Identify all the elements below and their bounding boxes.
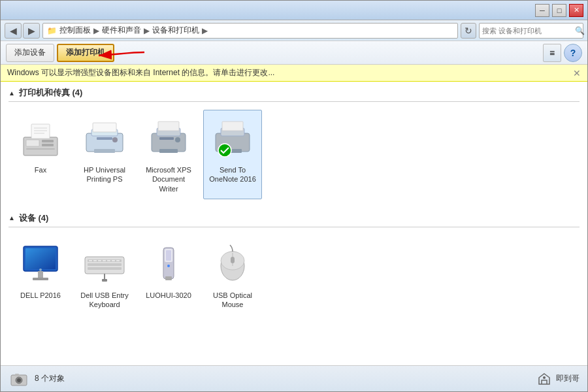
printers-collapse-icon[interactable]: ▲ xyxy=(8,90,15,97)
onenote-icon xyxy=(209,116,256,163)
help-button[interactable]: ? xyxy=(564,44,582,62)
dell-monitor-icon xyxy=(17,241,64,288)
info-message: Windows 可以显示增强型设备图标和来自 Internet 的信息。请单击进… xyxy=(7,67,274,78)
usb-mouse-icon xyxy=(209,241,256,288)
dell-keyboard-icon xyxy=(81,241,128,288)
device-dell-p2016[interactable]: DELL P2016 xyxy=(11,235,70,316)
svg-rect-35 xyxy=(88,263,122,266)
svg-point-26 xyxy=(218,144,231,157)
svg-point-57 xyxy=(17,378,21,382)
svg-rect-30 xyxy=(38,271,43,278)
breadcrumb[interactable]: 📁 控制面板 ▶ 硬件和声音 ▶ 设备和打印机 ▶ xyxy=(42,23,458,39)
add-printer-button[interactable]: 添加打印机 xyxy=(57,44,114,62)
usb-mouse-label: USB OpticalMouse xyxy=(213,291,252,310)
ms-xps-label: Microsoft XPSDocumentWriter xyxy=(146,165,191,193)
breadcrumb-sep-3: ▶ xyxy=(202,26,208,35)
svg-rect-3 xyxy=(42,140,54,142)
svg-rect-36 xyxy=(88,267,122,270)
hp-icon xyxy=(81,116,128,163)
toolbar: 添加设备 添加打印机 ≡ ? xyxy=(1,41,587,65)
device-usb-mouse[interactable]: USB OpticalMouse xyxy=(203,235,262,316)
minimize-button[interactable]: ─ xyxy=(535,4,549,17)
svg-rect-19 xyxy=(159,149,178,153)
refresh-button[interactable]: ↻ xyxy=(461,23,476,39)
svg-rect-5 xyxy=(26,148,55,150)
devices-section-header: ▲ 设备 (4) xyxy=(1,207,587,227)
svg-point-59 xyxy=(543,376,546,379)
breadcrumb-item-3[interactable]: 设备和打印机 xyxy=(152,25,199,36)
breadcrumb-sep-2: ▶ xyxy=(144,26,150,35)
svg-point-32 xyxy=(39,269,42,271)
device-ms-xps[interactable]: Microsoft XPSDocumentWriter xyxy=(139,110,198,199)
svg-rect-48 xyxy=(166,250,171,261)
svg-rect-18 xyxy=(158,122,179,131)
svg-rect-54 xyxy=(231,257,235,263)
svg-rect-41 xyxy=(107,260,110,261)
main-window: ─ □ ✕ ◀ ▶ 📁 控制面板 ▶ 硬件和声音 ▶ 设备和打印机 ▶ ↻ 🔍 … xyxy=(0,0,588,392)
back-button[interactable]: ◀ xyxy=(5,23,22,39)
close-button[interactable]: ✕ xyxy=(569,4,583,17)
svg-rect-37 xyxy=(89,260,92,261)
status-left: 8 个对象 xyxy=(8,368,65,389)
device-onenote[interactable]: Send ToOneNote 2016 xyxy=(203,110,262,199)
svg-rect-49 xyxy=(165,276,172,280)
svg-rect-58 xyxy=(15,374,19,376)
device-fax[interactable]: Fax xyxy=(11,110,70,199)
svg-rect-24 xyxy=(222,122,243,131)
svg-rect-42 xyxy=(112,260,115,261)
window-controls: ─ □ ✕ xyxy=(535,4,583,17)
fax-label: Fax xyxy=(35,165,46,174)
search-input[interactable] xyxy=(482,27,572,35)
svg-rect-2 xyxy=(26,140,39,146)
fax-icon xyxy=(17,116,64,163)
devices-divider xyxy=(8,227,580,227)
forward-button[interactable]: ▶ xyxy=(23,23,40,39)
svg-rect-43 xyxy=(116,260,120,261)
status-branding: 即到哥 xyxy=(556,373,580,384)
view-button[interactable]: ≡ xyxy=(543,44,561,62)
nav-buttons: ◀ ▶ xyxy=(5,23,40,39)
devices-collapse-icon[interactable]: ▲ xyxy=(8,214,15,221)
status-camera-icon xyxy=(8,368,29,389)
svg-rect-20 xyxy=(159,137,174,140)
device-luohui[interactable]: LUOHUI-3020 xyxy=(139,235,198,316)
status-bar: 8 个对象 即到哥 xyxy=(1,365,587,391)
breadcrumb-item-2[interactable]: 硬件和声音 xyxy=(102,25,141,36)
device-dell-keyboard[interactable]: Dell USB EntryKeyboard xyxy=(75,235,134,316)
svg-rect-13 xyxy=(94,149,115,153)
breadcrumb-icon: 📁 xyxy=(47,26,57,35)
main-content: ▲ 打印机和传真 (4) xyxy=(1,82,587,365)
device-hp-universal[interactable]: HP UniversalPrinting PS xyxy=(75,110,134,199)
dell-keyboard-label: Dell USB EntryKeyboard xyxy=(80,291,128,310)
search-icon: 🔍 xyxy=(575,26,585,35)
luohui-label: LUOHUI-3020 xyxy=(146,291,191,300)
breadcrumb-sep-1: ▶ xyxy=(93,26,99,35)
address-bar: ◀ ▶ 📁 控制面板 ▶ 硬件和声音 ▶ 设备和打印机 ▶ ↻ 🔍 xyxy=(1,20,587,41)
maximize-button[interactable]: □ xyxy=(552,4,566,17)
svg-point-15 xyxy=(112,137,118,142)
info-close-button[interactable]: ✕ xyxy=(573,68,581,78)
svg-rect-31 xyxy=(33,278,48,280)
toolbar-right: ≡ ? xyxy=(543,44,582,62)
svg-rect-12 xyxy=(93,123,116,132)
svg-rect-6 xyxy=(31,124,50,139)
printers-section-header: ▲ 打印机和传真 (4) xyxy=(1,82,587,101)
dell-p2016-label: DELL P2016 xyxy=(20,291,61,300)
svg-rect-39 xyxy=(98,260,101,261)
svg-rect-4 xyxy=(42,144,54,146)
devices-section-title: 设备 (4) xyxy=(19,212,49,224)
printers-divider xyxy=(8,101,580,102)
add-device-button[interactable]: 添加设备 xyxy=(6,44,54,62)
status-right: 即到哥 xyxy=(536,371,580,387)
svg-rect-38 xyxy=(93,260,97,261)
onenote-label: Send ToOneNote 2016 xyxy=(209,165,256,184)
svg-point-21 xyxy=(175,137,180,142)
hp-label: HP UniversalPrinting PS xyxy=(84,165,125,184)
luohui-icon xyxy=(145,241,192,288)
search-bar: 🔍 xyxy=(479,23,583,39)
devices-grid: DELL P2016 xyxy=(1,233,587,323)
status-count: 8 个对象 xyxy=(35,373,65,384)
svg-point-50 xyxy=(167,265,170,267)
breadcrumb-item-1[interactable]: 控制面板 xyxy=(59,25,91,36)
svg-rect-45 xyxy=(102,279,107,282)
